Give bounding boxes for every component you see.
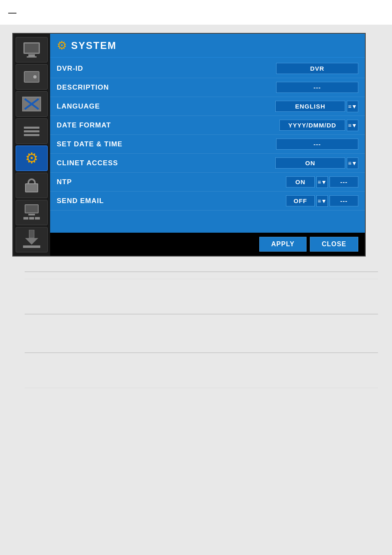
sidebar-item-system[interactable]: ⚙ — [16, 146, 48, 171]
separator-1 — [25, 271, 378, 272]
setting-row-dvr-id: DVR-ID DVR — [50, 59, 365, 78]
sidebar-item-backup[interactable] — [16, 227, 48, 252]
separator-5 — [25, 388, 378, 388]
gear-icon: ⚙ — [25, 150, 38, 167]
spacer-2 — [25, 321, 367, 346]
send-email-extra-value[interactable]: --- — [330, 195, 358, 206]
sidebar: ⚙ — [13, 34, 50, 256]
setting-row-description: DESCRIPTION --- — [50, 78, 365, 97]
language-label: LANGUAGE — [57, 102, 147, 111]
setting-row-language: LANGUAGE ENGLISH ≡▼ — [50, 97, 365, 116]
sidebar-item-security[interactable] — [16, 173, 48, 198]
svg-rect-7 — [29, 230, 34, 238]
dvr-panel: ⚙ — [12, 33, 366, 257]
content-area: ⚙ SYSTEM DVR-ID DVR DESCRIPTION --- — [50, 34, 365, 256]
sidebar-item-schedule[interactable] — [16, 118, 48, 144]
dvr-id-control: DVR — [147, 63, 358, 74]
content-header: ⚙ SYSTEM — [50, 34, 365, 58]
language-dropdown-icon: ≡▼ — [348, 103, 357, 110]
top-bar: — — [0, 0, 392, 25]
send-email-dropdown-btn[interactable]: ≡▼ — [316, 195, 328, 207]
hdd-icon — [24, 71, 39, 83]
sidebar-item-record[interactable] — [16, 64, 48, 90]
apply-button[interactable]: APPLY — [259, 237, 307, 252]
main-area: ⚙ — [0, 25, 392, 408]
bottom-area — [12, 257, 380, 400]
ntp-extra-value[interactable]: --- — [330, 176, 358, 187]
client-access-value[interactable]: ON — [275, 157, 345, 169]
sidebar-item-display[interactable] — [16, 37, 48, 62]
ntp-dropdown-btn[interactable]: ≡▼ — [316, 176, 328, 188]
dvr-id-value[interactable]: DVR — [276, 63, 358, 74]
download-icon — [23, 230, 40, 250]
client-access-label: CLINET ACCESS — [57, 159, 147, 167]
date-format-control: YYYY/DMM/DD ≡▼ — [147, 120, 358, 131]
language-control: ENGLISH ≡▼ — [147, 101, 358, 112]
client-access-control: ON ≡▼ — [147, 157, 358, 169]
description-value[interactable]: --- — [276, 82, 358, 93]
language-dropdown-btn[interactable]: ≡▼ — [347, 101, 358, 112]
date-format-value[interactable]: YYYY/DMM/DD — [279, 120, 345, 131]
dvr-id-label: DVR-ID — [57, 65, 147, 73]
client-access-dropdown-btn[interactable]: ≡▼ — [347, 157, 358, 169]
setting-row-ntp: NTP ON ≡▼ --- — [50, 173, 365, 192]
setting-row-date-format: DATE FORMAT YYYY/DMM/DD ≡▼ — [50, 116, 365, 135]
ntp-value[interactable]: ON — [286, 176, 315, 187]
sidebar-item-camera[interactable] — [16, 91, 48, 117]
set-date-time-value[interactable]: --- — [276, 139, 358, 150]
svg-rect-3 — [28, 214, 35, 215]
settings-list: DVR-ID DVR DESCRIPTION --- LANGUAGE — [50, 58, 365, 233]
spacer-1 — [25, 282, 367, 307]
separator-3 — [25, 314, 378, 314]
client-access-dropdown-icon: ≡▼ — [348, 160, 357, 166]
close-button[interactable]: CLOSE — [310, 237, 358, 252]
set-date-time-label: SET DATE & TIME — [57, 140, 147, 148]
ntp-control: ON ≡▼ --- — [147, 176, 358, 188]
svg-rect-9 — [23, 245, 40, 248]
setting-row-send-email: SEND EMAIL OFF ≡▼ --- — [50, 192, 365, 210]
ntp-label: NTP — [57, 178, 147, 186]
monitor-icon — [23, 42, 40, 58]
svg-rect-6 — [35, 217, 40, 220]
camera-x-icon — [22, 97, 41, 111]
lock-icon — [25, 178, 38, 192]
header-gear-icon: ⚙ — [57, 39, 67, 52]
sidebar-item-network[interactable] — [16, 200, 48, 225]
ntp-dropdown-icon: ≡▼ — [318, 179, 327, 185]
content-footer: APPLY CLOSE — [50, 233, 365, 256]
language-value[interactable]: ENGLISH — [275, 101, 345, 112]
date-format-dropdown-icon: ≡▼ — [348, 122, 357, 129]
setting-row-set-date-time: SET DATE & TIME --- — [50, 135, 365, 154]
setting-row-client-access: CLINET ACCESS ON ≡▼ — [50, 154, 365, 173]
page-title: SYSTEM — [71, 40, 117, 51]
spacer-3 — [25, 360, 367, 384]
svg-rect-5 — [29, 217, 34, 220]
date-format-label: DATE FORMAT — [57, 121, 147, 130]
minimize-button[interactable]: — — [8, 8, 16, 16]
svg-marker-8 — [25, 238, 38, 245]
set-date-time-control: --- — [147, 139, 358, 150]
send-email-control: OFF ≡▼ --- — [147, 195, 358, 207]
separator-2 — [25, 279, 378, 279]
network-icon — [23, 204, 40, 221]
lines-icon — [24, 127, 39, 136]
date-format-dropdown-btn[interactable]: ≡▼ — [347, 120, 358, 131]
svg-rect-4 — [23, 217, 28, 220]
send-email-value[interactable]: OFF — [286, 195, 315, 206]
description-label: DESCRIPTION — [57, 83, 147, 92]
description-control: --- — [147, 82, 358, 93]
send-email-dropdown-icon: ≡▼ — [318, 198, 327, 204]
send-email-label: SEND EMAIL — [57, 197, 147, 205]
separator-4 — [25, 352, 378, 353]
